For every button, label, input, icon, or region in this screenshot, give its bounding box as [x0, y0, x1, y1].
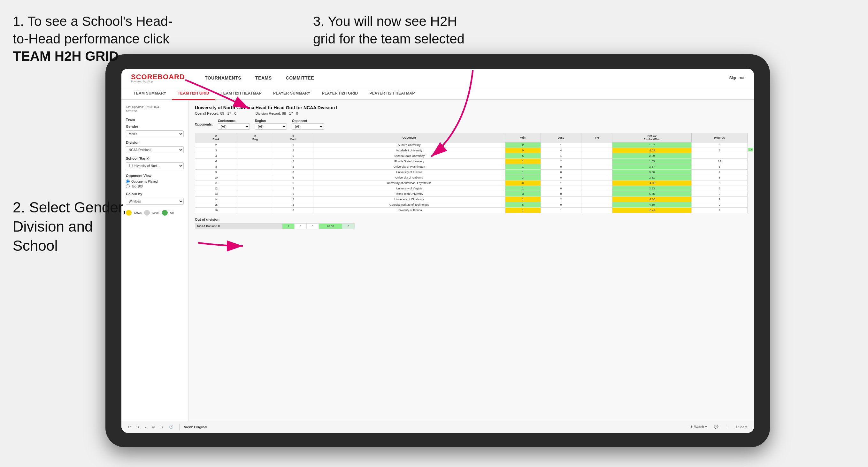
col-diff: Diff AvStrokes/Rnd — [613, 133, 692, 143]
cell-rounds: 3 — [692, 181, 748, 186]
back-button[interactable]: ‹ — [144, 425, 148, 430]
cell-loss: 1 — [540, 208, 582, 213]
comment-button[interactable]: 💬 — [713, 424, 720, 430]
redo-button[interactable]: ↪ — [135, 424, 141, 430]
annotation-3: 3. You will now see H2H grid for the tea… — [313, 13, 530, 48]
cell-diff: 3.67 — [613, 164, 692, 169]
cell-opponent: University of Oklahoma — [313, 197, 505, 202]
odd-tie: 0 — [306, 224, 318, 229]
cell-reg — [237, 148, 273, 153]
cell-win: 0 — [505, 181, 541, 186]
cell-win: 1 — [505, 159, 541, 164]
cell-diff: 4.50 — [613, 202, 692, 208]
cell-opponent: University of Virginia — [313, 186, 505, 191]
radio-opponents-played[interactable]: Opponents Played — [126, 180, 184, 183]
cell-loss: 0 — [540, 191, 582, 197]
toolbar-right: 👁 Watch ▾ 💬 ⊞ ⤴ Share — [688, 424, 749, 430]
sub-nav-player-h2h-heatmap[interactable]: PLAYER H2H HEATMAP — [364, 87, 421, 100]
col-tie: Tie — [582, 133, 613, 143]
nav-item-committee[interactable]: COMMITTEE — [279, 69, 321, 87]
undo-button[interactable]: ↩ — [126, 424, 132, 430]
radio-top-100[interactable]: Top 100 — [126, 184, 184, 188]
watch-button[interactable]: 👁 Watch ▾ — [688, 424, 708, 430]
cell-rounds: 2 — [692, 169, 748, 175]
conference-select[interactable]: (All) — [218, 123, 250, 130]
cell-loss: 0 — [540, 169, 582, 175]
cell-reg — [237, 153, 273, 159]
cell-loss: 2 — [540, 159, 582, 164]
grid-button[interactable]: ⊞ — [724, 424, 730, 430]
out-of-division-row: NCAA Division II 1 0 0 26.00 3 — [195, 224, 354, 229]
cell-win: 3 — [505, 175, 541, 181]
table-row: 4 1 Arizona State University 5 1 2.29 — [195, 153, 748, 159]
cell-opponent: Arizona State University — [313, 153, 505, 159]
table-row: 9 3 University of Arizona 1 0 9.00 2 — [195, 169, 748, 175]
sub-nav-team-h2h-grid[interactable]: TEAM H2H GRID — [172, 87, 215, 100]
tablet-screen: SCOREBOARD Powered by clippi TOURNAMENTS… — [121, 69, 754, 433]
region-select[interactable]: (All) — [255, 123, 287, 130]
odd-diff: 26.00 — [318, 224, 342, 229]
grid-panel: University of North Carolina Head-to-Hea… — [188, 100, 754, 421]
nav-item-teams[interactable]: TEAMS — [248, 69, 279, 87]
school-select[interactable]: 1. University of Nort... — [126, 162, 184, 169]
opponents-label: Opponents: — [195, 123, 213, 126]
cell-diff: -4.33 — [613, 181, 692, 186]
nav-item-tournaments[interactable]: TOURNAMENTS — [198, 69, 248, 87]
opponent-select[interactable]: (All) — [292, 123, 324, 130]
cell-diff: 2.29 — [613, 153, 692, 159]
cell-rank: 14 — [195, 197, 237, 202]
sub-nav-player-h2h-grid[interactable]: PLAYER H2H GRID — [316, 87, 364, 100]
cell-tie — [582, 208, 613, 213]
overall-record: Overall Record: 89 - 17 - 0 — [195, 112, 237, 115]
annotation-2: 2. Select Gender,Division andSchool — [13, 198, 166, 255]
cell-win: 1 — [505, 186, 541, 191]
cell-tie — [582, 164, 613, 169]
cell-tie — [582, 191, 613, 197]
sub-nav-team-h2h-heatmap[interactable]: TEAM H2H HEATMAP — [215, 87, 268, 100]
cell-reg — [237, 164, 273, 169]
gender-select[interactable]: Men's — [126, 130, 184, 137]
cell-rounds: 8 — [692, 175, 748, 181]
cell-reg — [237, 159, 273, 164]
copy-button[interactable]: ⧉ — [151, 424, 156, 430]
clock-button[interactable]: 🕐 — [168, 424, 175, 430]
logo-area: SCOREBOARD Powered by clippi — [131, 73, 185, 83]
table-row: 16 3 University of Florida 1 1 -6.42 9 — [195, 208, 748, 213]
cell-loss: 0 — [540, 186, 582, 191]
cell-rounds: 3 — [692, 186, 748, 191]
share-button[interactable]: ⤴ Share — [734, 425, 749, 430]
division-select[interactable]: NCAA Division I — [126, 146, 184, 153]
cell-tie — [582, 159, 613, 164]
cell-rank: 6 — [195, 159, 237, 164]
cell-rank: 13 — [195, 191, 237, 197]
cell-conf: 6 — [273, 181, 313, 186]
table-row: 14 2 University of Oklahoma 1 2 -1.00 9 — [195, 197, 748, 202]
grid-title: University of North Carolina Head-to-Hea… — [195, 105, 748, 110]
cell-loss: 1 — [540, 181, 582, 186]
cell-tie — [582, 148, 613, 153]
cell-win: 0 — [505, 148, 541, 153]
cell-loss: 4 — [540, 148, 582, 153]
cell-loss: 2 — [540, 197, 582, 202]
cell-rank: 10 — [195, 175, 237, 181]
out-of-division-header: Out of division — [195, 218, 748, 221]
cell-loss: 1 — [540, 153, 582, 159]
add-button[interactable]: ⊕ — [159, 424, 164, 430]
cell-win: 1 — [505, 197, 541, 202]
region-filter: Region (All) — [255, 119, 287, 130]
sign-out-button[interactable]: Sign out — [729, 75, 744, 80]
out-of-division-table: NCAA Division II 1 0 0 26.00 3 — [195, 223, 354, 229]
cell-reg — [237, 181, 273, 186]
cell-reg — [237, 208, 273, 213]
sub-nav-team-summary[interactable]: TEAM SUMMARY — [128, 87, 172, 100]
col-opponent: Opponent — [313, 133, 505, 143]
bottom-toolbar: ↩ ↪ ‹ ⧉ ⊕ 🕐 View: Original 👁 Watch ▾ 💬 ⊞… — [121, 421, 754, 433]
table-row: 11 6 University of Arkansas, Fayettevill… — [195, 181, 748, 186]
cell-tie — [582, 153, 613, 159]
cell-reg — [237, 197, 273, 202]
col-win: Win — [505, 133, 541, 143]
sub-nav-player-summary[interactable]: PLAYER SUMMARY — [268, 87, 316, 100]
opponent-view-label: Opponent View — [126, 174, 184, 178]
table-row: 10 5 University of Alabama 3 0 2.61 8 — [195, 175, 748, 181]
cell-rounds: 9 — [692, 143, 748, 148]
